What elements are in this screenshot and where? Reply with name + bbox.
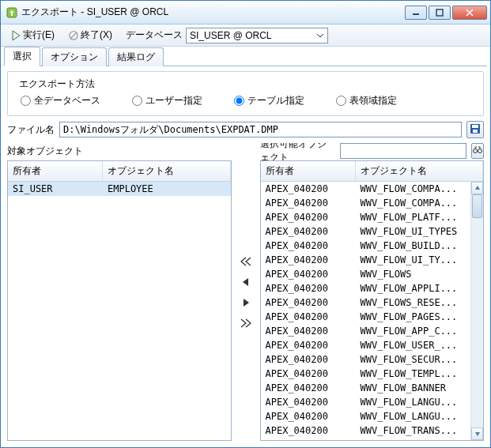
- svg-point-8: [478, 149, 482, 152]
- available-table-body[interactable]: APEX_040200WWV_FLOW_COMPA...APEX_040200W…: [261, 182, 471, 440]
- move-all-right-button[interactable]: [239, 317, 253, 329]
- col-owner[interactable]: 所有者: [8, 161, 103, 181]
- svg-rect-1: [413, 13, 419, 15]
- svg-point-7: [473, 149, 477, 152]
- radio-tablespace[interactable]: 表領域指定: [336, 94, 397, 107]
- move-right-button[interactable]: [239, 296, 253, 309]
- table-row[interactable]: APEX_040200WWV_FLOW_SECUR...: [261, 352, 471, 367]
- radio-user[interactable]: ユーザー指定: [132, 94, 202, 107]
- available-table: 所有者 オブジェクト名 APEX_040200WWV_FLOW_COMPA...…: [260, 160, 485, 441]
- database-label: データベース: [126, 28, 183, 42]
- tab-bar: 選択 オプション 結果ログ: [1, 47, 490, 66]
- run-button[interactable]: 実行(E): [6, 26, 60, 44]
- table-row[interactable]: APEX_040200WWV_FLOW_TRANS...: [261, 438, 471, 440]
- target-table: 所有者 オブジェクト名 SI_USEREMPLOYEE: [7, 160, 232, 441]
- target-objects-panel: 対象オブジェクト 所有者 オブジェクト名 SI_USEREMPLOYEE: [7, 143, 232, 441]
- table-row[interactable]: APEX_040200WWV_FLOW_LANGU...: [261, 395, 471, 409]
- col-object[interactable]: オブジェクト名: [103, 161, 231, 181]
- table-row[interactable]: APEX_040200WWV_FLOW_BUILD...: [261, 239, 471, 253]
- stop-button[interactable]: 終了(X): [63, 26, 118, 44]
- available-objects-panel: 選択可能オブジェクト 所有者 オブジェクト名 APEX_040200WWV_FL…: [260, 143, 485, 441]
- table-row[interactable]: APEX_040200WWV_FLOW_APP_C...: [261, 324, 471, 338]
- target-title: 対象オブジェクト: [7, 145, 83, 158]
- table-row[interactable]: APEX_040200WWV_FLOW_UI_TYPES: [261, 224, 471, 239]
- radio-full-db[interactable]: 全データベース: [21, 94, 100, 107]
- target-table-body[interactable]: SI_USEREMPLOYEE: [8, 182, 231, 440]
- app-icon: [6, 6, 18, 19]
- svg-rect-6: [473, 130, 478, 133]
- chevron-down-icon: [315, 31, 325, 40]
- run-label: 実行(E): [23, 28, 55, 42]
- titlebar: エクスポート - SI_USER @ ORCL: [1, 1, 490, 24]
- table-row[interactable]: APEX_040200WWV_FLOW_USER_...: [261, 338, 471, 352]
- stop-label: 終了(X): [81, 28, 112, 42]
- window-title: エクスポート - SI_USER @ ORCL: [21, 6, 405, 19]
- table-row[interactable]: APEX_040200WWV_FLOW_BANNER: [261, 381, 471, 395]
- tab-select[interactable]: 選択: [4, 47, 40, 66]
- svg-rect-2: [436, 9, 443, 16]
- filter-input[interactable]: [340, 143, 466, 159]
- transfer-buttons: [235, 143, 257, 441]
- scroll-down-button[interactable]: [471, 427, 483, 440]
- minimize-button[interactable]: [405, 6, 427, 20]
- export-method-group: エクスポート方法 全データベース ユーザー指定 テーブル指定 表領域指定: [7, 71, 484, 116]
- col-owner[interactable]: 所有者: [261, 161, 356, 181]
- move-left-button[interactable]: [239, 276, 253, 288]
- scrollbar[interactable]: [470, 182, 483, 440]
- binoculars-icon: [473, 145, 482, 157]
- move-all-left-button[interactable]: [239, 255, 253, 268]
- export-window: エクスポート - SI_USER @ ORCL 実行(E) 終了(X) データベ…: [0, 0, 491, 448]
- tab-options[interactable]: オプション: [42, 47, 107, 66]
- content: エクスポート方法 全データベース ユーザー指定 テーブル指定 表領域指定 ファイ…: [1, 66, 490, 447]
- search-button[interactable]: [471, 143, 484, 159]
- table-row[interactable]: APEX_040200WWV_FLOW_PLATF...: [261, 210, 471, 224]
- close-button[interactable]: [452, 6, 487, 20]
- window-buttons: [405, 6, 490, 20]
- table-row[interactable]: APEX_040200WWV_FLOW_PAGES...: [261, 310, 471, 324]
- table-row[interactable]: APEX_040200WWV_FLOW_APPLI...: [261, 281, 471, 296]
- radio-table[interactable]: テーブル指定: [234, 94, 304, 107]
- save-icon: [470, 123, 481, 137]
- table-row[interactable]: SI_USEREMPLOYEE: [8, 182, 231, 196]
- table-row[interactable]: APEX_040200WWV_FLOW_UI_TY...: [261, 253, 471, 267]
- filename-label: ファイル名: [7, 123, 55, 137]
- database-value: SI_USER @ ORCL: [190, 30, 272, 41]
- scroll-track[interactable]: [471, 194, 483, 427]
- table-row[interactable]: APEX_040200WWV_FLOW_TEMPL...: [261, 367, 471, 381]
- table-row[interactable]: APEX_040200WWV_FLOWS_RESE...: [261, 296, 471, 310]
- toolbar: 実行(E) 終了(X) データベース SI_USER @ ORCL: [1, 24, 490, 47]
- svg-rect-5: [472, 125, 478, 128]
- table-row[interactable]: APEX_040200WWV_FLOW_TRANS...: [261, 424, 471, 438]
- scroll-thumb[interactable]: [472, 194, 482, 218]
- tab-log[interactable]: 結果ログ: [108, 47, 164, 66]
- table-row[interactable]: APEX_040200WWV_FLOW_COMPA...: [261, 182, 471, 196]
- table-row[interactable]: APEX_040200WWV_FLOW_LANGU...: [261, 409, 471, 424]
- save-file-button[interactable]: [466, 121, 484, 138]
- export-method-title: エクスポート方法: [16, 77, 98, 91]
- table-row[interactable]: APEX_040200WWV_FLOWS: [261, 267, 471, 281]
- lists-area: 対象オブジェクト 所有者 オブジェクト名 SI_USEREMPLOYEE: [7, 143, 484, 441]
- maximize-button[interactable]: [429, 6, 451, 20]
- table-row[interactable]: APEX_040200WWV_FLOW_COMPA...: [261, 196, 471, 210]
- scroll-up-button[interactable]: [471, 182, 483, 194]
- database-select[interactable]: SI_USER @ ORCL: [186, 28, 328, 43]
- col-object[interactable]: オブジェクト名: [356, 161, 484, 181]
- filename-row: ファイル名: [7, 121, 484, 138]
- filename-input[interactable]: [59, 122, 462, 137]
